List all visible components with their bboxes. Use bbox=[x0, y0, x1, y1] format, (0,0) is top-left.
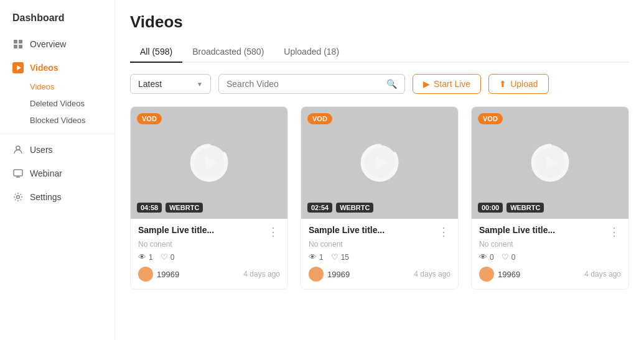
grid-icon bbox=[12, 39, 24, 50]
eye-icon: 👁 bbox=[479, 252, 487, 262]
tab-uploaded[interactable]: Uploaded (18) bbox=[274, 42, 349, 63]
likes-count: 15 bbox=[341, 253, 349, 262]
views-count: 1 bbox=[149, 253, 153, 262]
sort-label: Latest bbox=[138, 79, 162, 89]
tabs-bar: All (598) Broadcasted (580) Uploaded (18… bbox=[130, 42, 629, 63]
codec-badge: WEBRTC bbox=[336, 203, 373, 213]
gear-icon bbox=[12, 191, 24, 203]
more-menu-button[interactable]: ⋮ bbox=[607, 225, 621, 239]
video-title: Sample Live title... bbox=[309, 225, 385, 235]
time-ago: 4 days ago bbox=[584, 270, 621, 278]
video-info: Sample Live title... ⋮ No conent 👁 1 ♡ 1… bbox=[301, 219, 458, 289]
upload-icon: ⬆ bbox=[499, 79, 506, 89]
more-menu-button[interactable]: ⋮ bbox=[266, 225, 280, 239]
sidebar-sub-item-deleted[interactable]: Deleted Videos bbox=[30, 95, 114, 112]
duration-badge: 00:00 bbox=[478, 203, 503, 213]
sort-select[interactable]: Latest ▼ bbox=[130, 74, 211, 94]
video-stats: 👁 0 ♡ 0 bbox=[479, 252, 621, 262]
video-description: No conent bbox=[309, 240, 450, 249]
time-ago: 4 days ago bbox=[243, 270, 280, 278]
play-logo-icon bbox=[189, 143, 229, 183]
views-stat: 👁 1 bbox=[138, 252, 153, 262]
views-stat: 👁 0 bbox=[479, 252, 494, 262]
video-thumbnail[interactable]: VOD 02:54 WEBRTC bbox=[301, 107, 458, 219]
sidebar-item-webinar[interactable]: Webinar bbox=[0, 163, 114, 184]
page-title: Videos bbox=[130, 12, 629, 32]
sidebar-item-videos[interactable]: Videos bbox=[0, 57, 114, 78]
video-meta-bar: 02:54 WEBRTC bbox=[307, 203, 373, 213]
svg-rect-0 bbox=[14, 40, 17, 44]
sidebar-item-users-label: Users bbox=[30, 145, 53, 155]
sidebar-item-users[interactable]: Users bbox=[0, 139, 114, 160]
play-logo-icon bbox=[360, 143, 399, 183]
tab-all[interactable]: All (598) bbox=[130, 42, 182, 63]
avatar bbox=[309, 267, 324, 282]
upload-button[interactable]: ⬆ Upload bbox=[488, 74, 548, 94]
svg-rect-2 bbox=[14, 45, 17, 48]
sidebar-section-videos: Videos Videos Deleted Videos Blocked Vid… bbox=[0, 57, 114, 129]
user-row: 19969 bbox=[309, 267, 350, 282]
video-stats: 👁 1 ♡ 15 bbox=[309, 252, 450, 262]
start-live-button[interactable]: ▶ Start Live bbox=[413, 74, 481, 94]
likes-stat: ♡ 0 bbox=[502, 252, 516, 262]
user-row: 19969 bbox=[138, 267, 179, 282]
svg-rect-1 bbox=[19, 40, 22, 44]
sidebar-item-settings-label: Settings bbox=[30, 192, 62, 202]
sidebar-sub-videos: Videos Deleted Videos Blocked Videos bbox=[0, 78, 114, 129]
sidebar-item-overview[interactable]: Overview bbox=[0, 34, 114, 55]
search-input[interactable] bbox=[226, 79, 381, 89]
play-box-icon bbox=[12, 62, 24, 73]
duration-badge: 02:54 bbox=[307, 203, 332, 213]
video-card: VOD 04:58 WEBRTC Sample Live title... ⋮ … bbox=[130, 106, 288, 290]
video-thumbnail[interactable]: VOD 04:58 WEBRTC bbox=[131, 107, 287, 219]
sidebar-section-webinar: Webinar bbox=[0, 163, 114, 184]
more-menu-button[interactable]: ⋮ bbox=[437, 225, 450, 239]
avatar bbox=[138, 267, 153, 282]
sidebar-sub-item-blocked[interactable]: Blocked Videos bbox=[30, 112, 114, 129]
eye-icon: 👁 bbox=[309, 252, 317, 262]
username: 19969 bbox=[157, 270, 179, 279]
sidebar: Dashboard Overview Videos Videos Deleted… bbox=[0, 0, 115, 340]
video-footer: 19969 4 days ago bbox=[309, 267, 450, 282]
sidebar-sub-item-videos[interactable]: Videos bbox=[30, 78, 114, 95]
views-stat: 👁 1 bbox=[309, 252, 324, 262]
sidebar-item-webinar-label: Webinar bbox=[30, 168, 62, 178]
video-title: Sample Live title... bbox=[479, 225, 555, 235]
sidebar-section-overview: Overview bbox=[0, 34, 114, 55]
search-box: 🔍 bbox=[218, 74, 405, 94]
avatar bbox=[479, 267, 494, 282]
sidebar-section-users: Users bbox=[0, 139, 114, 160]
heart-icon: ♡ bbox=[502, 252, 509, 262]
heart-icon: ♡ bbox=[331, 252, 338, 262]
vod-badge: VOD bbox=[478, 113, 503, 124]
likes-count: 0 bbox=[170, 253, 175, 262]
play-logo-icon bbox=[530, 143, 570, 183]
sidebar-item-videos-label: Videos bbox=[30, 63, 58, 73]
video-card: VOD 02:54 WEBRTC Sample Live title... ⋮ … bbox=[301, 106, 459, 290]
duration-badge: 04:58 bbox=[137, 203, 162, 213]
vod-badge: VOD bbox=[307, 113, 332, 124]
sidebar-divider-1 bbox=[0, 134, 114, 134]
start-live-label: Start Live bbox=[434, 79, 470, 89]
video-meta-bar: 00:00 WEBRTC bbox=[478, 203, 544, 213]
views-count: 0 bbox=[490, 253, 494, 262]
username: 19969 bbox=[498, 270, 520, 279]
user-row: 19969 bbox=[479, 267, 520, 282]
video-meta-bar: 04:58 WEBRTC bbox=[137, 203, 203, 213]
sidebar-item-settings[interactable]: Settings bbox=[0, 186, 114, 208]
video-info-row: Sample Live title... ⋮ bbox=[138, 225, 280, 239]
time-ago: 4 days ago bbox=[414, 270, 450, 278]
tab-broadcasted[interactable]: Broadcasted (580) bbox=[182, 42, 274, 63]
video-card: VOD 00:00 WEBRTC Sample Live title... ⋮ … bbox=[471, 106, 629, 290]
likes-stat: ♡ 0 bbox=[161, 252, 175, 262]
start-live-icon: ▶ bbox=[423, 79, 430, 89]
svg-point-6 bbox=[16, 146, 20, 150]
codec-badge: WEBRTC bbox=[506, 203, 544, 213]
chevron-down-icon: ▼ bbox=[197, 81, 203, 88]
toolbar: Latest ▼ 🔍 ▶ Start Live ⬆ Upload bbox=[130, 74, 629, 94]
monitor-icon bbox=[12, 168, 24, 179]
video-thumbnail[interactable]: VOD 00:00 WEBRTC bbox=[472, 107, 628, 219]
sidebar-section-settings: Settings bbox=[0, 186, 114, 208]
svg-point-8 bbox=[17, 196, 20, 199]
vod-badge: VOD bbox=[137, 113, 162, 124]
